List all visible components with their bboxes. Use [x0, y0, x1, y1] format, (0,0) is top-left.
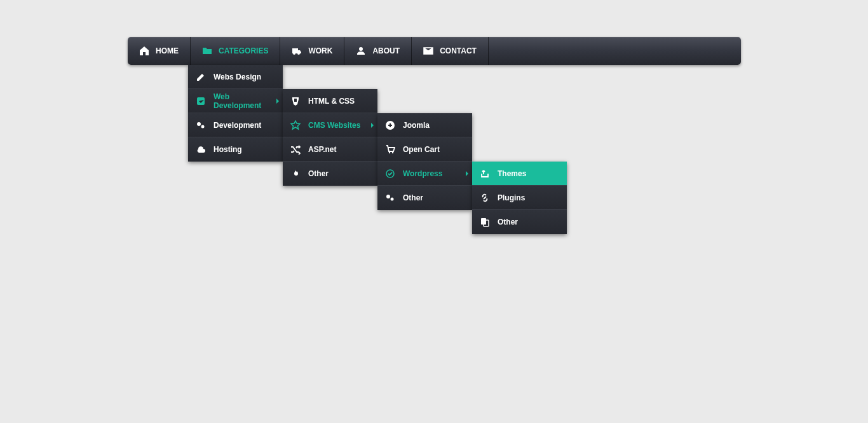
home-icon: [139, 46, 149, 56]
copy-icon: [480, 217, 490, 227]
submenu-wordpress: Themes Plugins Other: [472, 162, 567, 234]
link-icon: [480, 193, 490, 203]
submenu-joomla[interactable]: Joomla: [377, 113, 472, 137]
truck-icon: [292, 46, 302, 56]
submenu-label: Plugins: [498, 193, 525, 202]
main-navbar: HOME CATEGORIES WORK ABOUT CONTACT: [128, 37, 741, 65]
nav-categories[interactable]: CATEGORIES: [191, 37, 280, 65]
star-icon: [290, 120, 301, 130]
submenu-webs-design[interactable]: Webs Design: [188, 65, 283, 89]
nav-label: HOME: [156, 46, 179, 55]
chevron-right-icon: [276, 99, 279, 104]
cogs-icon: [385, 193, 395, 203]
submenu-html-css[interactable]: HTML & CSS: [283, 89, 377, 113]
submenu-web-development[interactable]: Web Development: [188, 89, 283, 113]
user-icon: [356, 46, 366, 56]
submenu-open-cart[interactable]: Open Cart: [377, 137, 472, 162]
pencil-square-icon: [196, 96, 206, 106]
submenu-web-development: HTML & CSS CMS Websites ASP.net Other: [283, 89, 377, 186]
cogs-icon: [196, 120, 206, 130]
chevron-right-icon: [466, 171, 468, 176]
nav-about[interactable]: ABOUT: [344, 37, 412, 65]
submenu-label: Joomla: [403, 121, 430, 130]
submenu-label: Open Cart: [403, 145, 440, 154]
nav-label: CONTACT: [440, 46, 477, 55]
submenu-label: Other: [403, 193, 423, 202]
plus-circle-icon: [385, 120, 395, 130]
nav-contact[interactable]: CONTACT: [412, 37, 489, 65]
submenu-other[interactable]: Other: [377, 186, 472, 210]
submenu-hosting[interactable]: Hosting: [188, 137, 283, 162]
submenu-label: Other: [308, 169, 329, 178]
nav-label: CATEGORIES: [219, 46, 268, 55]
submenu-other[interactable]: Other: [472, 210, 567, 234]
edit-icon: [196, 72, 206, 82]
chevron-right-icon: [371, 123, 374, 128]
html5-icon: [290, 96, 301, 106]
submenu-label: Web Development: [214, 92, 275, 110]
nav-label: ABOUT: [372, 46, 400, 55]
submenu-asp-net[interactable]: ASP.net: [283, 137, 377, 162]
submenu-label: Other: [498, 218, 518, 226]
folder-open-icon: [202, 46, 212, 56]
submenu-label: ASP.net: [308, 145, 336, 154]
share-icon: [480, 169, 490, 179]
nav-work[interactable]: WORK: [280, 37, 344, 65]
random-icon: [290, 144, 301, 155]
shopping-cart-icon: [385, 144, 395, 155]
submenu-development[interactable]: Development: [188, 113, 283, 137]
submenu-cms-websites[interactable]: CMS Websites: [283, 113, 377, 137]
submenu-label: Hosting: [214, 145, 242, 154]
submenu-label: Webs Design: [214, 73, 261, 81]
submenu-other[interactable]: Other: [283, 162, 377, 186]
submenu-label: HTML & CSS: [308, 97, 355, 106]
cloud-icon: [196, 144, 206, 155]
submenu-label: Development: [214, 121, 261, 130]
nav-home[interactable]: HOME: [128, 37, 191, 65]
submenu-label: Themes: [498, 169, 526, 178]
submenu-cms-websites: Joomla Open Cart Wordpress Other: [377, 113, 472, 210]
envelope-icon: [423, 46, 433, 56]
check-circle-icon: [385, 169, 395, 179]
submenu-plugins[interactable]: Plugins: [472, 186, 567, 210]
submenu-themes[interactable]: Themes: [472, 162, 567, 186]
nav-label: WORK: [308, 46, 332, 55]
submenu-label: CMS Websites: [308, 121, 360, 130]
submenu-categories: Webs Design Web Development Development …: [188, 65, 283, 162]
fire-icon: [290, 169, 301, 179]
submenu-wordpress[interactable]: Wordpress: [377, 162, 472, 186]
submenu-label: Wordpress: [403, 169, 442, 178]
